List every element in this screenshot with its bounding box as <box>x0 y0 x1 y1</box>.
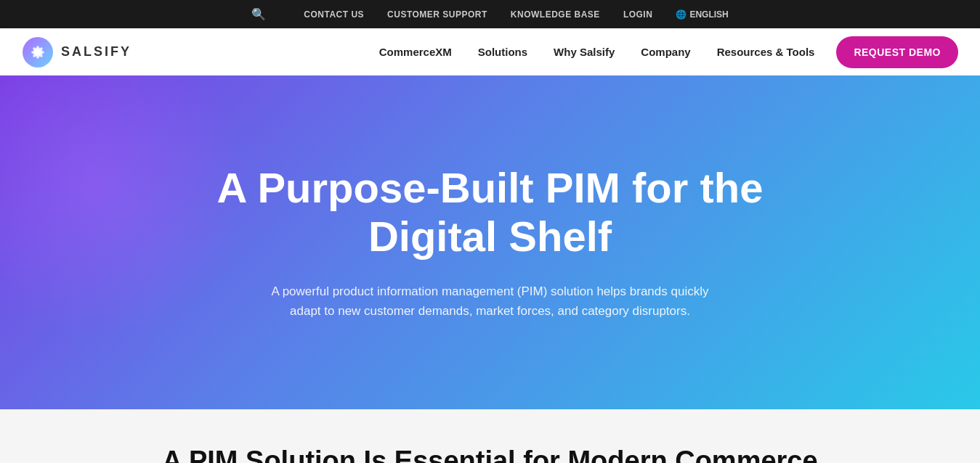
language-label: ENGLISH <box>689 9 728 20</box>
main-nav: SALSIFY CommerceXM Solutions Why Salsify… <box>0 28 980 75</box>
logo-text: SALSIFY <box>61 44 131 60</box>
nav-solutions[interactable]: Solutions <box>478 46 527 58</box>
logo-link[interactable]: SALSIFY <box>22 36 131 68</box>
knowledge-base-link[interactable]: KNOWLEDGE BASE <box>511 9 600 20</box>
search-icon[interactable]: 🔍 <box>251 7 266 21</box>
contact-us-link[interactable]: CONTACT US <box>304 9 364 20</box>
hero-title: A Purpose-Built PIM for the Digital Shel… <box>200 164 781 261</box>
below-hero-title: A PIM Solution Is Essential for Modern C… <box>29 446 951 463</box>
login-link[interactable]: LOGIN <box>623 9 653 20</box>
language-selector[interactable]: 🌐 ENGLISH <box>676 9 728 20</box>
customer-support-link[interactable]: CUSTOMER SUPPORT <box>387 9 487 20</box>
request-demo-button[interactable]: REQUEST DEMO <box>836 36 958 68</box>
nav-commercexm[interactable]: CommerceXM <box>379 46 452 58</box>
svg-point-5 <box>35 49 41 55</box>
globe-icon: 🌐 <box>676 9 687 20</box>
salsify-logo-icon <box>22 36 54 68</box>
below-hero-section: A PIM Solution Is Essential for Modern C… <box>0 409 980 463</box>
nav-why-salsify[interactable]: Why Salsify <box>554 46 615 58</box>
nav-company[interactable]: Company <box>641 46 690 58</box>
hero-subtitle: A powerful product information managemen… <box>258 282 723 321</box>
main-nav-links: CommerceXM Solutions Why Salsify Company… <box>379 46 815 58</box>
top-bar-nav: CONTACT US CUSTOMER SUPPORT KNOWLEDGE BA… <box>304 9 728 20</box>
hero-content: A Purpose-Built PIM for the Digital Shel… <box>200 164 781 321</box>
nav-resources-tools[interactable]: Resources & Tools <box>717 46 815 58</box>
hero-section: A Purpose-Built PIM for the Digital Shel… <box>0 75 980 409</box>
top-bar: 🔍 CONTACT US CUSTOMER SUPPORT KNOWLEDGE … <box>0 0 980 28</box>
